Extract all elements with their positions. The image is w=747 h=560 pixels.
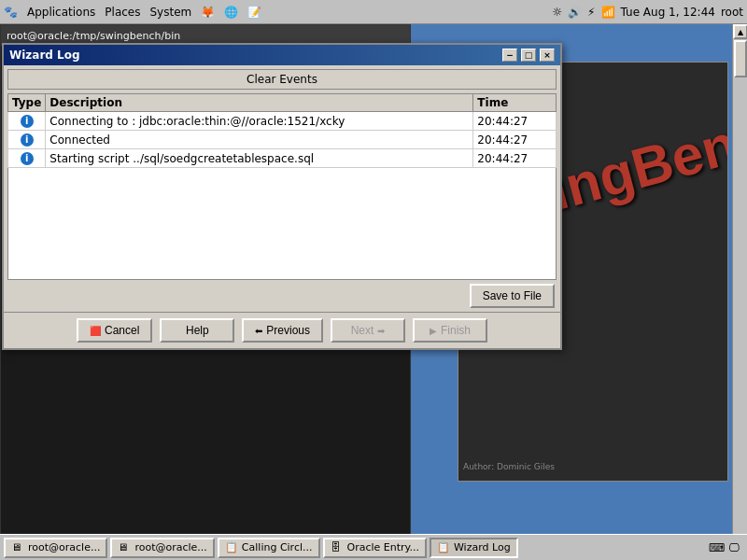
next-button[interactable]: Next ➡ [331,318,405,343]
row3-type: i [8,149,46,168]
scrollbar-up-btn[interactable]: ▲ [733,24,747,39]
table-row: i Connecting to : jdbc:oracle:thin:@//or… [8,112,557,131]
col-type-header: Type [8,94,46,112]
wizard-nav: 🟥 Cancel Help ⬅ Previous Next ➡ ▶ Finish [4,312,560,348]
wizard-log-content: Clear Events Type Description Time i Con… [4,65,560,312]
browser-icon[interactable]: 🌐 [224,6,238,19]
scrollbar-track: ▲ [732,24,747,560]
finish-label: Finish [441,324,471,337]
wizard-log-titlebar: Wizard Log − □ × [4,45,560,65]
cancel-label: Cancel [105,324,139,337]
clear-events-bar[interactable]: Clear Events [7,69,557,90]
next-label: Next [351,324,374,337]
row2-description: Connected [46,131,473,149]
volume-icon: 🔊 [568,6,582,19]
keyboard-icon[interactable]: ⌨ [709,541,725,554]
help-button[interactable]: Help [160,318,234,343]
taskbar-item-1[interactable]: 🖥 root@oracle... [4,538,107,558]
topbar-left: 🐾 Applications Places System 🦊 🌐 📝 [4,6,261,19]
row1-time: 20:44:27 [473,112,557,131]
swingbench-author: Author: Dominic Giles [463,462,555,471]
next-icon: ➡ [377,326,385,336]
titlebar-controls: − □ × [502,49,555,62]
desktop: ▲ root@oracle:/tmp/swingbench/bin -ts <t… [0,24,747,560]
save-row: Save to File [7,284,557,308]
taskbar-label-2: root@oracle... [134,541,206,553]
row1-type: i [8,112,46,131]
taskbar-item-4[interactable]: 🗄 Oracle Entry... [323,538,427,558]
display-icon[interactable]: 🖵 [728,541,740,554]
table-row: i Starting script ../sql/soedgcreatetabl… [8,149,557,168]
col-description-header: Description [46,94,473,112]
log-empty-area [7,168,557,280]
close-btn[interactable]: × [540,49,555,62]
taskbar-item-3[interactable]: 📋 Calling Circl... [218,538,320,558]
bluetooth-icon: ⚡ [587,6,595,19]
taskbar-icon-4: 🗄 [331,541,344,554]
scrollbar-thumb[interactable] [734,40,747,77]
prev-icon: ⬅ [255,326,262,336]
taskbar-system-icons: ⌨ 🖵 [705,541,743,554]
menu-system[interactable]: System [149,6,191,19]
finish-icon: ▶ [430,326,437,336]
row2-time: 20:44:27 [473,131,557,149]
topbar-menu: Applications Places System [27,6,191,19]
taskbar: 🖥 root@oracle... 🖥 root@oracle... 📋 Call… [0,534,747,560]
network-icon: 📶 [601,6,615,19]
taskbar-item-2[interactable]: 🖥 root@oracle... [110,538,214,558]
terminal-title: root@oracle:/tmp/swingbench/bin [7,30,180,42]
sun-icon: ☼ [552,6,562,19]
row1-description: Connecting to : jdbc:oracle:thin:@//orac… [46,112,473,131]
wizard-log-title: Wizard Log [9,49,80,62]
wizard-log-window: Wizard Log − □ × Clear Events Type Descr… [2,43,562,350]
row2-type: i [8,131,46,149]
taskbar-label-4: Oracle Entry... [347,541,419,553]
row3-description: Starting script ../sql/soedgcreatetables… [46,149,473,168]
previous-button[interactable]: ⬅ Previous [242,318,323,343]
edit-icon[interactable]: 📝 [247,6,261,19]
taskbar-label-3: Calling Circl... [242,541,313,553]
table-row: i Connected 20:44:27 [8,131,557,149]
col-time-header: Time [473,94,557,112]
log-table: Type Description Time i Connecting to : … [7,93,557,168]
app-icon: 🐾 [4,6,18,19]
taskbar-item-5[interactable]: 📋 Wizard Log [430,538,518,558]
taskbar-label-5: Wizard Log [454,541,511,553]
taskbar-icon-2: 🖥 [118,541,131,554]
row3-time: 20:44:27 [473,149,557,168]
previous-label: Previous [266,324,310,337]
topbar-right: ☼ 🔊 ⚡ 📶 Tue Aug 1, 12:44 root [552,6,743,19]
taskbar-icon-1: 🖥 [11,541,24,554]
info-icon-3: i [21,152,34,165]
firefox-icon[interactable]: 🦊 [201,6,215,19]
topbar: 🐾 Applications Places System 🦊 🌐 📝 ☼ 🔊 ⚡… [0,0,747,24]
finish-button[interactable]: ▶ Finish [413,318,487,343]
taskbar-icon-3: 📋 [225,541,238,554]
cancel-icon: 🟥 [90,326,101,336]
menu-applications[interactable]: Applications [27,6,95,19]
taskbar-icon-5: 📋 [437,541,450,554]
help-label: Help [186,324,209,337]
maximize-btn[interactable]: □ [521,49,536,62]
minimize-btn[interactable]: − [502,49,517,62]
user-display: root [721,6,743,19]
cancel-button[interactable]: 🟥 Cancel [77,318,152,343]
taskbar-label-1: root@oracle... [28,541,100,553]
info-icon-2: i [21,133,34,147]
info-icon-1: i [21,115,34,128]
time-display: Tue Aug 1, 12:44 [621,6,715,19]
save-to-file-button[interactable]: Save to File [470,284,555,308]
menu-places[interactable]: Places [105,6,140,19]
